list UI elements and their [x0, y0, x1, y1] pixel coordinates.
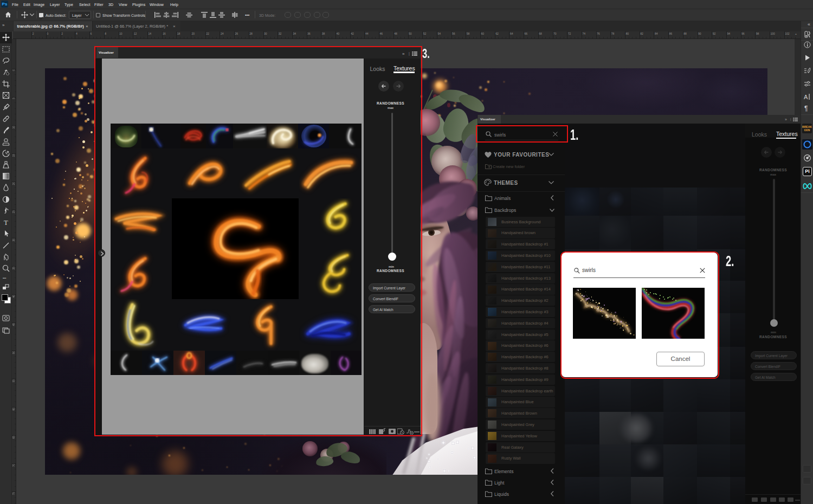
svg-text:T: T [4, 218, 8, 226]
svg-text:¶: ¶ [804, 105, 808, 112]
svg-text:A: A [804, 94, 808, 100]
